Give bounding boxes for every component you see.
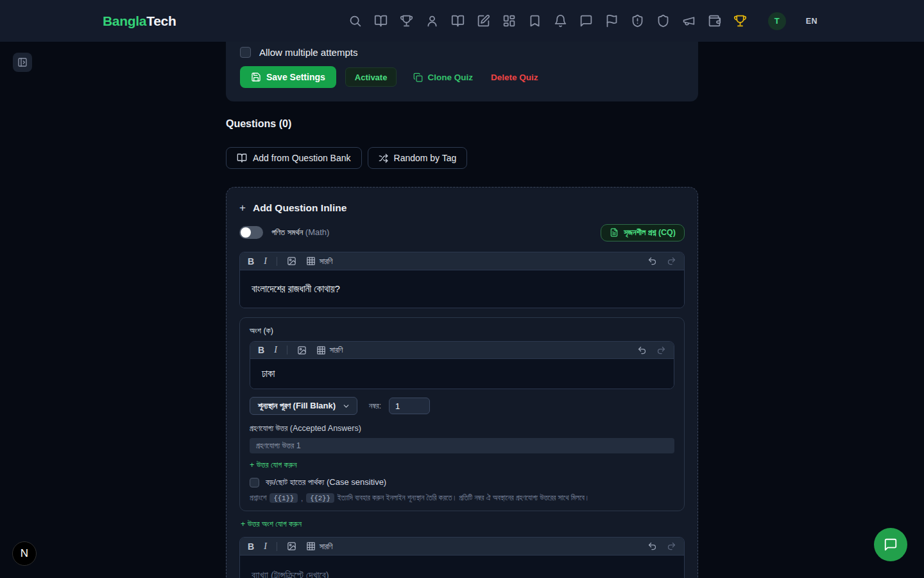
case-sensitive-label: বড়/ছোট হাতের পার্থক্য (Case sensitive)	[266, 477, 386, 487]
allow-multiple-row: Allow multiple attempts	[240, 44, 357, 60]
table-icon	[306, 541, 316, 551]
inline-card-header: + Add Question Inline	[239, 202, 685, 215]
clone-quiz-button[interactable]: Clone Quiz	[413, 73, 473, 82]
hint-post: ইত্যাদি ব্যবহার করুন ইনলাইন শূন্যস্থান ত…	[338, 494, 590, 502]
marks-label: নম্বর:	[369, 401, 381, 410]
accepted-answer-input[interactable]	[250, 438, 674, 453]
question-editor: B I সারণি বাংলাদেশের রাজধানী কোথায়?	[239, 252, 685, 308]
dev-badge[interactable]: N	[12, 541, 37, 566]
marks-input[interactable]	[389, 398, 430, 414]
italic-button[interactable]: I	[274, 345, 277, 355]
creative-question-button[interactable]: সৃজনশীল প্রশ্ন (CQ)	[601, 224, 685, 241]
flag-icon[interactable]	[605, 14, 619, 28]
bold-button[interactable]: B	[248, 256, 254, 267]
add-answer-link[interactable]: + উত্তর যোগ করুন	[250, 460, 297, 470]
activate-button[interactable]: Activate	[345, 67, 397, 87]
toolbar-divider	[277, 257, 277, 266]
redo-button[interactable]	[667, 541, 676, 551]
insert-table-button[interactable]: সারণি	[306, 541, 333, 551]
delete-quiz-button[interactable]: Delete Quiz	[491, 73, 538, 82]
toolbar-divider	[287, 346, 287, 355]
file-text-icon	[610, 228, 619, 237]
case-sensitive-row: বড়/ছোট হাতের পার্থক্য (Case sensitive)	[250, 477, 674, 487]
save-settings-label: Save Settings	[266, 72, 325, 82]
add-from-bank-label: Add from Question Bank	[253, 153, 351, 163]
question-editor-body[interactable]: বাংলাদেশের রাজধানী কোথায়?	[240, 270, 684, 308]
app-logo[interactable]: BanglaTech	[103, 13, 176, 29]
explanation-editor-body[interactable]: ব্যাখ্যা (ট্রান্সক্রিপ্টে দেখাবে)	[240, 556, 684, 578]
undo-button[interactable]	[647, 256, 657, 266]
table-label: সারণি	[320, 542, 333, 551]
copy-icon	[413, 73, 423, 82]
part-editor-body[interactable]: ঢাকা	[250, 359, 674, 389]
math-support-toggle[interactable]	[239, 226, 263, 239]
save-settings-button[interactable]: Save Settings	[240, 66, 336, 88]
bold-button[interactable]: B	[258, 345, 264, 355]
megaphone-icon[interactable]	[682, 14, 696, 28]
navbar-icon-row: T EN	[348, 12, 817, 30]
dashboard-grid-icon[interactable]	[502, 14, 516, 28]
top-navbar: BanglaTech T EN	[0, 0, 924, 42]
table-icon	[316, 346, 326, 355]
edit-icon[interactable]	[477, 14, 490, 28]
math-toggle-group: গণিত সমর্থন (Math)	[239, 226, 329, 239]
bold-button[interactable]: B	[248, 541, 254, 552]
italic-button[interactable]: I	[264, 541, 267, 552]
accepted-answers-label: গ্রহণযোগ্য উত্তর (Accepted Answers)	[250, 424, 674, 434]
shield-alert-icon[interactable]	[631, 14, 644, 28]
shield-icon[interactable]	[656, 14, 670, 28]
gold-trophy-icon[interactable]	[733, 14, 747, 28]
math-label-en: (Math)	[305, 227, 330, 237]
part-editor-toolbar: B I সারণি	[250, 342, 674, 359]
chat-bubble-icon	[884, 538, 898, 552]
bell-icon[interactable]	[554, 14, 567, 28]
toggle-knob	[241, 227, 251, 238]
user-avatar[interactable]: T	[768, 12, 786, 30]
panel-open-icon	[17, 57, 28, 67]
redo-button[interactable]	[667, 256, 676, 266]
question-type-row: শূন্যস্থান পূরণ (Fill Blank) নম্বর:	[250, 397, 674, 415]
wallet-icon[interactable]	[708, 14, 721, 28]
question-type-select[interactable]: শূন্যস্থান পূরণ (Fill Blank)	[250, 397, 357, 415]
insert-image-button[interactable]	[297, 346, 307, 355]
insert-table-button[interactable]: সারণি	[316, 346, 343, 355]
add-from-bank-button[interactable]: Add from Question Bank	[226, 147, 362, 169]
undo-button[interactable]	[637, 346, 647, 355]
placeholder-hint-text: প্রশ্নাংশে {{1}} , {{2}} ইত্যাদি ব্যবহার…	[250, 493, 674, 503]
book-icon	[237, 153, 247, 163]
shuffle-icon	[379, 153, 388, 163]
undo-button[interactable]	[647, 541, 657, 551]
table-label: সারণি	[320, 257, 333, 266]
part-label: অংশ (ক)	[250, 326, 674, 336]
explanation-editor-toolbar: B I সারণি	[240, 538, 684, 556]
insert-image-button[interactable]	[287, 541, 296, 551]
redo-button[interactable]	[656, 346, 666, 355]
allow-multiple-label: Allow multiple attempts	[259, 47, 357, 58]
search-icon[interactable]	[348, 14, 362, 28]
message-icon[interactable]	[579, 14, 593, 28]
library-book-icon[interactable]	[451, 14, 465, 28]
logo-part-2: Tech	[146, 13, 176, 28]
random-by-tag-button[interactable]: Random by Tag	[368, 147, 468, 169]
explanation-editor: B I সারণি ব্যাখ্যা (ট্রান্সক্রিপ্টে দেখা…	[239, 537, 685, 578]
case-sensitive-checkbox[interactable]	[250, 478, 259, 487]
inline-card-title: Add Question Inline	[253, 202, 346, 214]
user-icon[interactable]	[425, 14, 439, 28]
insert-image-button[interactable]	[287, 256, 296, 266]
allow-multiple-checkbox[interactable]	[240, 47, 251, 58]
bookmark-icon[interactable]	[528, 14, 542, 28]
language-switcher[interactable]: EN	[806, 17, 817, 26]
random-by-tag-label: Random by Tag	[394, 153, 457, 163]
italic-button[interactable]: I	[264, 256, 267, 267]
book-open-icon[interactable]	[374, 14, 388, 28]
sidebar-toggle-button[interactable]	[13, 53, 32, 72]
trophy-icon[interactable]	[400, 14, 413, 28]
add-part-link[interactable]: + উত্তর অংশ যোগ করুন	[241, 520, 302, 529]
quiz-settings-card: Allow multiple attempts Save Settings Ac…	[226, 42, 698, 101]
creative-question-label: সৃজনশীল প্রশ্ন (CQ)	[624, 228, 676, 238]
save-icon	[251, 72, 261, 82]
chat-fab-button[interactable]	[874, 528, 907, 561]
table-icon	[306, 256, 316, 266]
table-label: সারণি	[330, 346, 343, 355]
insert-table-button[interactable]: সারণি	[306, 256, 333, 266]
